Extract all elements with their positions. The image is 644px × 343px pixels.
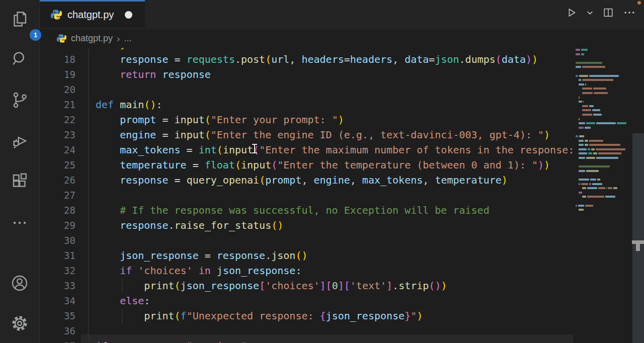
- minimap-line: [576, 75, 620, 77]
- minimap[interactable]: [574, 48, 632, 343]
- code-text: }: [96, 48, 574, 52]
- code-text: engine = input("Enter the engine ID (e.g…: [96, 127, 574, 142]
- indent-guide: [88, 48, 89, 338]
- more-actions-icon[interactable]: [11, 214, 29, 226]
- line-number[interactable]: 27: [40, 188, 75, 203]
- minimap-line: [582, 88, 607, 90]
- line-number[interactable]: 33: [40, 278, 75, 293]
- code-text: response.raise_for_status(): [96, 218, 574, 233]
- vertical-scrollbar[interactable]: [632, 48, 644, 343]
- minimap-line: [576, 135, 585, 137]
- line-number[interactable]: 34: [40, 293, 75, 308]
- code-text: response = query_openai(prompt, engine, …: [96, 173, 574, 188]
- code-text: [96, 233, 574, 248]
- minimap-line: [576, 66, 606, 68]
- minimap-line: [579, 157, 619, 159]
- code-text: return response: [96, 67, 574, 82]
- activity-bar: 1: [0, 0, 40, 343]
- minimap-line: [579, 83, 587, 85]
- breadcrumb-separator-icon: ›: [117, 33, 120, 44]
- explorer-badge: 1: [30, 29, 41, 41]
- code-text: def main():: [96, 97, 574, 112]
- minimap-line: [579, 183, 603, 185]
- line-number[interactable]: 35: [40, 308, 75, 323]
- minimap-line: [576, 205, 594, 207]
- python-icon: [51, 9, 62, 20]
- minimap-line: [579, 165, 611, 167]
- python-icon: [57, 34, 66, 43]
- line-number[interactable]: 19: [40, 67, 75, 82]
- code-text: else:: [96, 293, 574, 308]
- code-text: json_response = response.json(): [96, 248, 574, 263]
- vscode-window: { "palette": { "v": "#9CDCFE", "o": "#D4…: [0, 0, 644, 343]
- minimap-line: [582, 109, 601, 111]
- code-text: # If the response was successful, no Exc…: [96, 203, 574, 218]
- text-cursor-pointer: [251, 143, 258, 154]
- minimap-line: [579, 97, 581, 99]
- tab-chatgpt-py[interactable]: chatgpt.py: [40, 0, 145, 28]
- line-number[interactable]: 30: [40, 233, 75, 248]
- line-number[interactable]: 20: [40, 82, 75, 97]
- line-number[interactable]: 37: [40, 338, 75, 343]
- line-number[interactable]: 28: [40, 203, 75, 218]
- editor-actions: [566, 7, 636, 18]
- tab-bar: chatgpt.py: [40, 0, 644, 29]
- minimap-line: [579, 122, 627, 124]
- line-number[interactable]: 29: [40, 218, 75, 233]
- minimap-line: [579, 127, 592, 129]
- modified-indicator[interactable]: [125, 11, 132, 19]
- code-text: max_tokens = int(input("Enter the maximu…: [96, 142, 574, 157]
- account-icon[interactable]: [11, 274, 29, 292]
- minimap-line: [579, 144, 621, 146]
- code-text: print(f"Unexpected response: {json_respo…: [96, 308, 574, 323]
- split-editor-icon[interactable]: [603, 7, 614, 18]
- line-number[interactable]: 22: [40, 112, 75, 127]
- settings-gear-icon[interactable]: [11, 314, 29, 332]
- run-button[interactable]: [566, 7, 577, 18]
- minimap-line: [579, 79, 614, 81]
- breadcrumb-item-file[interactable]: chatgpt.py: [71, 33, 113, 44]
- minimap-line: [576, 53, 585, 55]
- line-number[interactable]: 36: [40, 323, 75, 338]
- code-editor[interactable]: 17 }18 response = requests.post(url, hea…: [40, 48, 644, 343]
- code-text: [96, 188, 574, 203]
- minimap-line: [579, 192, 583, 194]
- run-dropdown-chevron-icon[interactable]: [586, 9, 594, 17]
- code-text: response = requests.post(url, headers=he…: [96, 52, 574, 67]
- line-number[interactable]: 23: [40, 127, 75, 142]
- run-and-debug-icon[interactable]: [11, 132, 29, 150]
- line-number[interactable]: 26: [40, 173, 75, 188]
- line-number[interactable]: 24: [40, 142, 75, 157]
- code-text: if __name__ == "__main__":: [96, 338, 574, 343]
- line-number[interactable]: 25: [40, 157, 75, 173]
- scrollbar-thumb[interactable]: [632, 133, 644, 343]
- search-icon[interactable]: [11, 50, 29, 68]
- line-number[interactable]: 18: [40, 52, 75, 67]
- line-number[interactable]: 32: [40, 263, 75, 278]
- code-text: [96, 323, 574, 338]
- minimap-line: [582, 114, 603, 116]
- code-text: if 'choices' in json_response:: [96, 263, 574, 278]
- minimap-line: [576, 49, 589, 51]
- notification-dot: [637, 1, 641, 5]
- code-text: temperature = float(input("Enter the tem…: [96, 157, 574, 173]
- minimap-line: [579, 118, 581, 120]
- minimap-line: [579, 170, 599, 172]
- minimap-line: [579, 148, 626, 150]
- minimap-line: [576, 62, 603, 64]
- minimap-line: [579, 152, 622, 154]
- line-number[interactable]: 17: [40, 48, 75, 52]
- editor-more-actions-icon[interactable]: [623, 7, 636, 18]
- breadcrumb-item-symbol[interactable]: ...: [124, 33, 131, 44]
- minimap-line: [579, 101, 585, 103]
- code-text: [96, 82, 574, 97]
- minimap-line: [579, 209, 584, 211]
- explorer-icon[interactable]: 1: [11, 10, 29, 28]
- minimap-line: [582, 92, 609, 94]
- line-number[interactable]: 21: [40, 97, 75, 112]
- extensions-icon[interactable]: [11, 172, 29, 190]
- source-control-icon[interactable]: [11, 91, 29, 109]
- minimap-line: [582, 105, 595, 107]
- minimap-line: [579, 140, 604, 142]
- line-number[interactable]: 31: [40, 248, 75, 263]
